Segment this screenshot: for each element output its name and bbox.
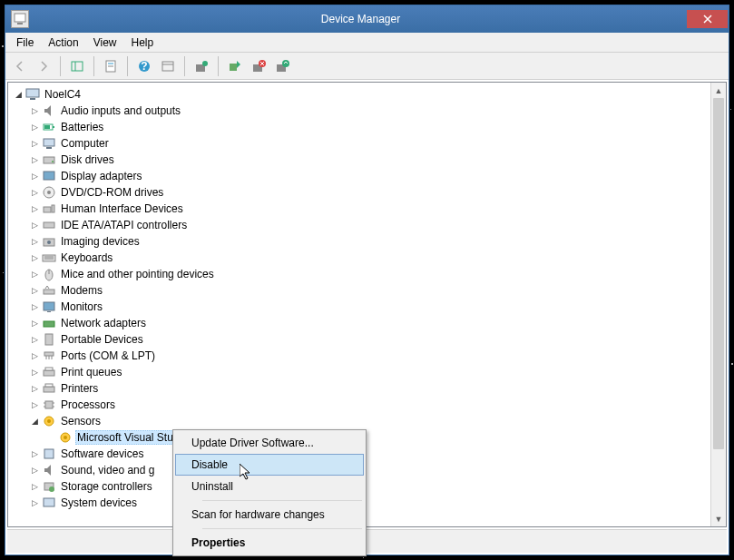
tree-category[interactable]: ▷Imaging devices [12,233,710,250]
ctx-update-driver[interactable]: Update Driver Software... [175,432,364,454]
show-hide-tree-button[interactable] [66,55,88,77]
expand-icon[interactable]: ▷ [28,300,41,313]
expand-icon[interactable]: ▷ [28,268,41,280]
forward-button[interactable] [33,55,54,77]
expand-icon[interactable]: ▷ [28,121,41,133]
expand-icon[interactable]: ▷ [28,137,41,150]
svg-rect-33 [52,205,54,212]
expand-icon[interactable]: ▷ [28,186,41,199]
update-driver-button[interactable] [191,55,212,77]
expand-icon[interactable]: ▷ [28,480,41,493]
properties-button[interactable] [100,55,122,77]
expand-icon[interactable]: ▷ [28,496,41,509]
processor-icon [42,398,56,412]
collapse-icon[interactable]: ◢ [12,88,24,101]
expand-icon[interactable]: ▷ [28,170,41,182]
tree-category[interactable]: ▷Network adapters [12,315,710,331]
scroll-down-button[interactable]: ▼ [711,511,726,526]
ctx-separator [202,528,362,529]
menu-file[interactable]: File [9,34,41,51]
tree-category[interactable]: ▷Printers [12,380,710,397]
tree-category[interactable]: ▷Audio inputs and outputs [12,103,710,119]
tree-category[interactable]: ▷Batteries [12,119,710,135]
ctx-uninstall[interactable]: Uninstall [175,476,364,497]
expand-icon[interactable]: ▷ [28,219,41,231]
tree-category[interactable]: ▷Monitors [12,299,710,315]
svg-rect-45 [44,321,54,327]
svg-point-66 [49,486,54,492]
help-button[interactable]: ? [133,55,155,77]
tree-category[interactable]: ▷Display adapters [12,168,710,184]
svg-text:?: ? [141,60,147,73]
expand-icon[interactable]: ▷ [28,284,41,297]
vertical-scrollbar[interactable]: ▲ ▼ [710,83,726,526]
device-manager-window: Device Manager File Action View Help ? ◢ [5,5,729,555]
expand-icon[interactable]: ▷ [28,382,41,395]
tree-category-sensors[interactable]: ◢Sensors [12,413,710,429]
software-icon [42,447,56,461]
display-icon [42,169,56,183]
svg-rect-25 [44,139,54,146]
dvd-icon [42,185,56,200]
svg-rect-44 [47,311,51,312]
tree-root[interactable]: ◢ NoelC4 [12,86,710,103]
tree-category[interactable]: ▷Mice and other pointing devices [12,266,710,282]
tree-category[interactable]: ▷Ports (COM & LPT) [12,348,710,364]
svg-rect-64 [44,449,54,458]
back-button[interactable] [9,55,31,77]
titlebar[interactable]: Device Manager [5,5,729,33]
svg-rect-53 [44,387,54,392]
scroll-thumb[interactable] [713,98,724,449]
ctx-scan-hardware[interactable]: Scan for hardware changes [175,504,364,526]
expand-icon[interactable]: ▷ [28,153,41,166]
menu-help[interactable]: Help [124,34,161,51]
tree-category[interactable]: ▷DVD/CD-ROM drives [12,184,710,201]
tree-category[interactable]: ▷IDE ATA/ATAPI controllers [12,217,710,233]
toolbar-icon-1[interactable] [157,55,179,77]
ctx-disable[interactable]: Disable [175,454,364,476]
menu-action[interactable]: Action [41,34,85,51]
expand-icon[interactable]: ▷ [28,235,41,248]
expand-icon[interactable]: ▷ [28,317,41,329]
menu-view[interactable]: View [86,34,124,51]
svg-rect-54 [45,384,53,387]
expand-icon[interactable]: ▷ [28,251,41,264]
svg-rect-0 [15,14,25,22]
expand-icon[interactable]: ▷ [28,349,41,362]
svg-rect-34 [44,222,54,228]
scroll-track[interactable] [711,98,726,511]
expand-icon[interactable]: ▷ [28,366,41,378]
svg-point-36 [47,241,51,244]
svg-rect-29 [44,172,54,180]
modem-icon [42,283,56,298]
expand-icon[interactable]: ▷ [28,447,41,460]
audio-icon [42,103,56,118]
storage-icon [42,479,56,494]
svg-rect-32 [44,207,51,212]
ctx-separator [202,500,362,501]
svg-rect-9 [162,62,173,71]
expand-icon[interactable]: ▷ [28,398,41,411]
tree-category[interactable]: ▷Processors [12,397,710,413]
tree-category[interactable]: ▷Portable Devices [12,331,710,348]
tree-category[interactable]: ▷Print queues [12,364,710,380]
tree-category[interactable]: ▷Human Interface Devices [12,201,710,217]
tree-category[interactable]: ▷Computer [12,135,710,152]
expand-icon[interactable]: ▷ [28,464,41,476]
scroll-up-button[interactable]: ▲ [711,83,726,98]
tree-category[interactable]: ▷Disk drives [12,152,710,168]
uninstall-button[interactable] [248,55,269,77]
expand-icon[interactable]: ▷ [28,104,41,117]
ctx-properties[interactable]: Properties [175,532,364,554]
enable-button[interactable] [224,55,246,77]
expand-icon[interactable]: ▷ [28,202,41,215]
close-button[interactable] [687,10,728,28]
svg-point-63 [64,436,67,439]
tree-category[interactable]: ▷Keyboards [12,250,710,266]
tree-category[interactable]: ▷Modems [12,282,710,299]
collapse-icon[interactable]: ◢ [28,415,41,427]
svg-rect-20 [26,89,39,97]
expand-icon[interactable]: ▷ [28,333,41,346]
portable-icon [42,332,56,347]
scan-hardware-button[interactable] [271,55,293,77]
